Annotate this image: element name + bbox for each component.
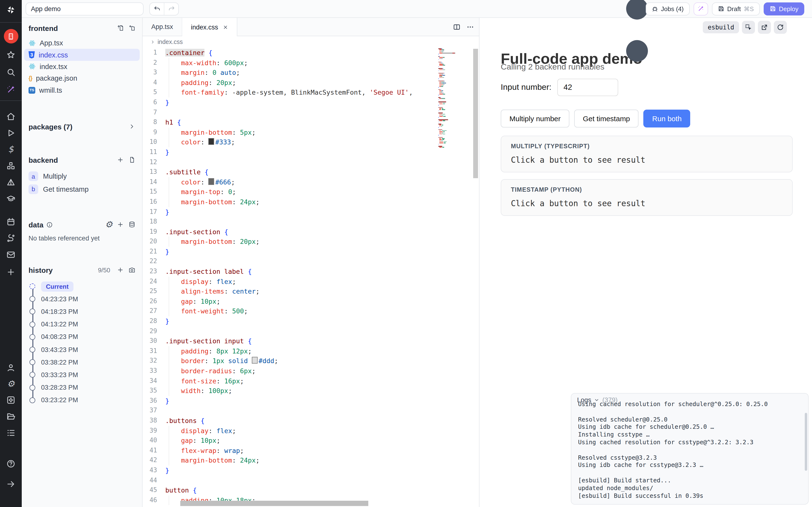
info-icon[interactable]: [46, 221, 53, 228]
history-entry[interactable]: 03:43:23 PM: [29, 343, 135, 356]
graduation-cap-icon: [6, 194, 15, 203]
open-external-button[interactable]: [758, 21, 771, 34]
magic-wand-icon: [697, 5, 704, 12]
rail-item-ai[interactable]: [0, 82, 22, 96]
redo-button[interactable]: [164, 3, 179, 15]
rail-item-routes[interactable]: [0, 231, 22, 245]
rail-item-folders[interactable]: [0, 409, 22, 423]
add-table-icon[interactable]: [117, 221, 124, 228]
chevron-right-icon[interactable]: [129, 123, 135, 130]
run-both-button[interactable]: Run both: [644, 110, 691, 127]
multiply-number-button[interactable]: Multiply number: [501, 110, 569, 127]
history-entry[interactable]: 04:18:23 PM: [29, 305, 135, 318]
code-line: 2 max-width: 600px;: [143, 58, 479, 68]
gear-icon[interactable]: ⚙: [105, 221, 112, 228]
rail-item-help[interactable]: [0, 457, 22, 470]
select-element-button[interactable]: [742, 21, 755, 34]
jobs-button[interactable]: Jobs (4): [646, 2, 690, 15]
file-item-index-tsx[interactable]: index.tsx: [24, 61, 140, 73]
line-number: 34: [143, 376, 165, 386]
rail-item-search[interactable]: [0, 65, 22, 79]
camera-icon[interactable]: [129, 267, 135, 273]
file-item-package-json[interactable]: {}package.json: [24, 72, 140, 84]
code-line-text: }: [165, 316, 169, 326]
add-snapshot-icon[interactable]: [117, 267, 124, 273]
file-item-index-css[interactable]: 3index.css: [24, 49, 140, 61]
logs-scrollbar[interactable]: [805, 413, 807, 471]
rail-item-resources[interactable]: [0, 159, 22, 172]
log-line: [esbuild] Build successful in 0.39s: [578, 492, 801, 500]
file-icon[interactable]: [129, 157, 135, 163]
section-packages: packages (7): [22, 121, 142, 132]
add-folder-icon[interactable]: [129, 24, 135, 32]
minimap[interactable]: [439, 48, 471, 148]
history-entry[interactable]: 03:38:22 PM: [29, 356, 135, 369]
scrollbar-thumb[interactable]: [473, 49, 478, 178]
backend-item-a[interactable]: aMultiply: [29, 170, 135, 183]
file-item-wmill-ts[interactable]: TSwmill.ts: [24, 84, 140, 96]
rail-item-add[interactable]: [0, 265, 22, 279]
history-entry[interactable]: 03:33:23 PM: [29, 369, 135, 381]
get-timestamp-button[interactable]: Get timestamp: [574, 110, 639, 127]
code-editor[interactable]: 1.container {2 max-width: 600px;3 margin…: [143, 48, 479, 507]
draft-button[interactable]: Draft⌘S: [712, 2, 760, 15]
breadcrumb[interactable]: index.css: [143, 36, 479, 48]
tab-index-css[interactable]: index.css: [182, 18, 238, 36]
refresh-preview-button[interactable]: [774, 21, 787, 34]
rail-item-user[interactable]: [0, 361, 22, 374]
rail-item-mail[interactable]: [0, 248, 22, 261]
rail-item-runs[interactable]: [0, 126, 22, 139]
file-item-App-tsx[interactable]: App.tsx: [24, 37, 140, 49]
rail-item-learn[interactable]: [0, 192, 22, 205]
more-menu-button[interactable]: [632, 4, 642, 13]
rail-item-schedules[interactable]: [0, 215, 22, 228]
line-number: 9: [143, 127, 165, 137]
history-entry[interactable]: 03:28:23 PM: [29, 381, 135, 394]
close-icon[interactable]: [223, 24, 229, 30]
rail-item-favorites[interactable]: [0, 48, 22, 61]
history-entry[interactable]: 03:23:22 PM: [29, 394, 135, 406]
deploy-button[interactable]: Deploy: [763, 2, 804, 15]
editor-vertical-scrollbar[interactable]: [472, 48, 479, 507]
code-line: 38.buttons {: [143, 416, 479, 426]
windmill-logo-icon[interactable]: [0, 3, 22, 16]
rail-item-settings[interactable]: ⚙: [0, 377, 22, 391]
rail-item-audit[interactable]: [0, 426, 22, 439]
input-row: Input number:: [501, 79, 618, 96]
backend-item-b[interactable]: bGet timestamp: [29, 183, 135, 195]
bug-icon: [651, 5, 658, 12]
more-options-icon[interactable]: [466, 23, 474, 31]
code-line: 7: [143, 107, 479, 117]
result-card-timestamp: TIMESTAMP (PYTHON) Click a button to see…: [501, 179, 793, 216]
css3-icon: 3: [29, 51, 35, 58]
split-editor-icon[interactable]: [453, 23, 461, 31]
line-number: 32: [143, 356, 165, 366]
log-line: [578, 447, 801, 454]
tab-app-tsx[interactable]: App.tsx: [143, 18, 182, 36]
ai-assistant-button[interactable]: [693, 2, 708, 15]
star-icon: [6, 50, 15, 59]
code-line: 42 margin-bottom: 24px;: [143, 456, 479, 465]
history-entry-current[interactable]: Current: [29, 280, 135, 293]
number-input[interactable]: [557, 79, 618, 96]
history-entry[interactable]: 04:08:23 PM: [29, 331, 135, 343]
rail-item-variables[interactable]: $: [0, 143, 22, 156]
add-runnable-icon[interactable]: [117, 157, 124, 163]
add-file-icon[interactable]: [117, 24, 124, 32]
app-name-input[interactable]: [26, 2, 144, 15]
code-line-text: }: [165, 207, 169, 217]
rail-item-workers[interactable]: [0, 393, 22, 406]
rail-item-triggers[interactable]: [0, 175, 22, 189]
rail-item-collapse[interactable]: [0, 477, 22, 491]
rail-item-home[interactable]: [0, 110, 22, 123]
code-line-text: }: [165, 396, 169, 406]
editor-horizontal-scrollbar[interactable]: [180, 501, 368, 506]
history-entry[interactable]: 04:23:23 PM: [29, 293, 135, 305]
database-icon[interactable]: [129, 221, 135, 228]
react-icon: [29, 63, 36, 70]
line-number: 44: [143, 475, 165, 485]
rail-item-apps[interactable]: [0, 29, 22, 44]
history-entry[interactable]: 04:13:22 PM: [29, 318, 135, 331]
undo-button[interactable]: [150, 3, 164, 15]
code-line-text: .buttons {: [165, 416, 205, 426]
